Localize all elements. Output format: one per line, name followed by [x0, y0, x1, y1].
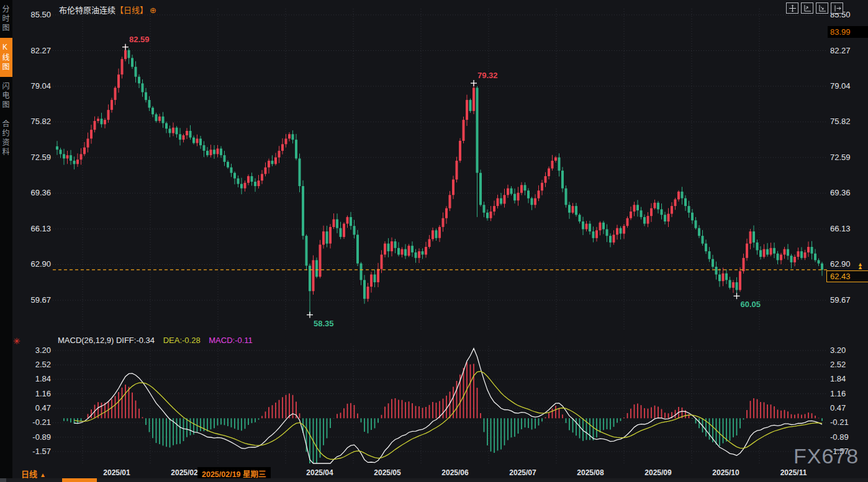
price-axis-label-right: 59.67: [830, 295, 866, 305]
extreme-price-annotation: 60.05: [741, 300, 761, 309]
zoom-y-axis-icon[interactable]: [801, 2, 813, 14]
extreme-markers: [122, 44, 740, 318]
scrollbar-thumb[interactable]: [62, 478, 97, 482]
x-axis-label: 2025/11: [780, 468, 807, 477]
price-up-arrows-icon: ▲▲: [857, 263, 863, 269]
price-axis-label-left: 82.27: [16, 46, 51, 55]
macd-header: MACD(26,12,9) DIFF:-0.34 DEA:-0.28 MACD:…: [58, 336, 253, 345]
macd-params-diff-value: MACD(26,12,9) DIFF:-0.34: [58, 336, 155, 345]
candlestick-chart-canvas[interactable]: [0, 0, 868, 482]
sidebar-item-2[interactable]: 闪电图: [0, 77, 12, 115]
x-axis-label: 2025/10: [712, 468, 739, 477]
x-axis-label: 2025/09: [644, 468, 671, 477]
macd-axis-label-right: 1.16: [830, 389, 866, 398]
macd-diff-line: [75, 349, 823, 463]
price-axis-label-left: 62.90: [16, 259, 51, 269]
macd-axis-label-right: 3.20: [830, 346, 866, 355]
x-axis-label: 2025/06: [441, 468, 468, 477]
tab-arrow-icon: ▲: [40, 471, 46, 478]
macd-dea-value: DEA:-0.28: [163, 336, 201, 345]
macd-axis-label-left: 3.20: [16, 346, 51, 355]
x-axis-label: 2025/04: [306, 468, 333, 477]
price-axis-label-left: 59.67: [16, 295, 51, 305]
macd-hist-value: MACD:-0.11: [209, 336, 253, 345]
x-axis-label: 2025/05: [374, 468, 400, 477]
exit-fullscreen-icon[interactable]: [831, 2, 843, 14]
previous-level-price-tag: 83.99: [828, 26, 868, 38]
sidebar-item-3[interactable]: 合约资料: [0, 115, 12, 162]
macd-axis-label-left: 1.84: [16, 374, 51, 383]
candles: [56, 45, 823, 315]
current-price-tag: 62.43: [826, 270, 868, 282]
left-sidebar: 分时图K线图闪电图合约资料: [0, 0, 12, 482]
x-axis-label: 2025/02: [171, 468, 197, 477]
chart-application: 分时图K线图闪电图合约资料 布伦特原油连续【日线】⊕ 83.99 ▲▲ 62.4…: [0, 0, 868, 482]
x-axis-label: 2025/01: [103, 468, 130, 477]
price-axis-label-right: 66.13: [830, 224, 866, 233]
sidebar-item-0[interactable]: 分时图: [0, 0, 12, 38]
macd-axis-label-right: -0.89: [830, 432, 866, 442]
price-axis-label-left: 69.36: [16, 188, 51, 197]
extreme-price-annotation: 79.32: [477, 71, 498, 80]
indicator-settings-icon[interactable]: ✳: [13, 336, 20, 346]
macd-axis-label-left: -0.21: [16, 417, 51, 427]
price-axis-label-left: 85.50: [16, 10, 51, 19]
symbol-name: 布伦特原油连续: [59, 6, 115, 15]
macd-axis-label-right: -0.21: [830, 417, 866, 427]
settings-gear-icon[interactable]: ⊕: [150, 6, 156, 15]
macd-axis-label-left: -0.89: [16, 432, 51, 442]
period-label: 【日线】: [115, 6, 148, 15]
macd-axis-label-left: -1.57: [16, 447, 51, 456]
macd-axis-label-left: 0.47: [16, 403, 51, 413]
price-axis-label-right: 79.04: [830, 81, 866, 91]
chart-title: 布伦特原油连续【日线】⊕: [59, 4, 156, 16]
sidebar-item-1[interactable]: K线图: [0, 38, 12, 77]
price-axis-label-right: 69.36: [830, 188, 866, 197]
macd-axis-label-left: 1.16: [16, 389, 51, 398]
price-axis-label-right: 82.27: [830, 46, 866, 55]
price-axis-label-right: 75.82: [830, 117, 866, 126]
extreme-price-annotation: 82.59: [129, 35, 150, 44]
macd-dea-line: [75, 372, 823, 460]
crosshair-pan-icon[interactable]: [786, 2, 798, 14]
macd-axis-label-right: 2.52: [830, 360, 866, 369]
zoom-x-axis-icon[interactable]: [816, 2, 828, 14]
macd-axis-label-right: 1.84: [830, 374, 866, 383]
extreme-price-annotation: 58.35: [314, 319, 334, 328]
x-axis-label: 2025/07: [509, 468, 536, 477]
chart-toolbar: [786, 2, 843, 14]
macd-axis-label-right: 0.47: [830, 403, 866, 413]
price-axis-label-left: 75.82: [16, 117, 51, 126]
x-axis-label: 2025/08: [577, 468, 604, 477]
horizontal-scrollbar[interactable]: [0, 478, 868, 482]
price-axis-label-left: 72.59: [16, 153, 51, 162]
price-axis-label-left: 79.04: [16, 81, 51, 91]
price-axis-label-left: 66.13: [16, 224, 51, 233]
watermark: FX678: [793, 444, 859, 468]
macd-axis-label-left: 2.52: [16, 360, 51, 369]
price-axis-label-right: 72.59: [830, 153, 866, 162]
scrollbar-left-stub: [0, 478, 6, 482]
